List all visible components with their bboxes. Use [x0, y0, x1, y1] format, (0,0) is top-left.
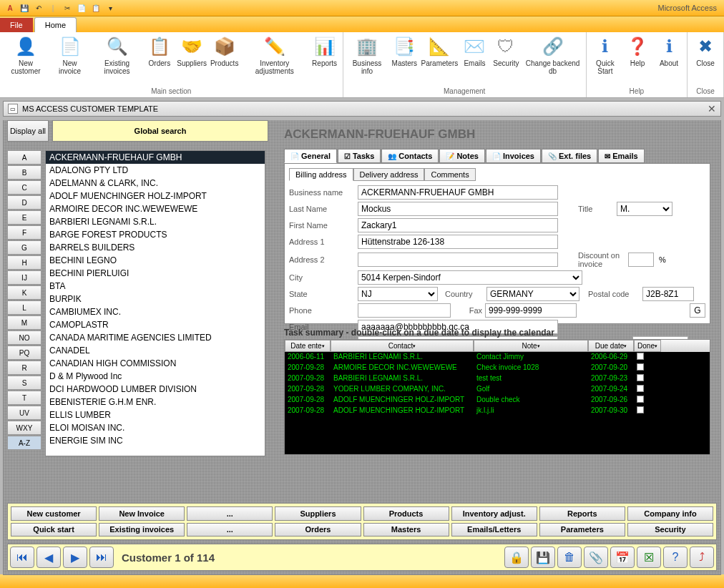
action-emails-letters[interactable]: Emails/Letters [451, 523, 537, 537]
action--[interactable]: ... [187, 506, 273, 521]
paste-icon[interactable]: 📋 [90, 2, 102, 14]
alpha-F[interactable]: F [7, 225, 41, 240]
delete-icon[interactable]: 🗑 [557, 547, 582, 568]
done-checkbox[interactable] [634, 384, 661, 395]
ribbon-inv[interactable]: ✏️Inventory adjustments [241, 34, 308, 77]
action-inventory-adjust-[interactable]: Inventory adjust. [451, 506, 537, 521]
calendar-icon[interactable]: 📅 [610, 547, 635, 568]
g-button[interactable]: G [690, 303, 705, 318]
action-products[interactable]: Products [363, 506, 449, 521]
first-name-input[interactable] [358, 218, 558, 232]
country-select[interactable]: GERMANY [486, 287, 579, 301]
tab-tasks[interactable]: ☑Tasks [338, 149, 381, 163]
subtab-comments[interactable]: Comments [424, 168, 475, 181]
business-name-input[interactable] [358, 185, 558, 200]
ribbon-close[interactable]: ✖Close [690, 34, 720, 69]
ribbon-mast[interactable]: 📑Masters [389, 34, 419, 69]
title-select[interactable]: M. [617, 202, 672, 216]
tab-emails[interactable]: ✉Emails [598, 149, 644, 163]
alpha-R[interactable]: R [7, 361, 41, 375]
action-orders[interactable]: Orders [275, 523, 361, 537]
ribbon-email[interactable]: ✉️Emails [459, 34, 489, 69]
task-table[interactable]: Date ente ▾Contact ▾Note ▾Due date ▾Done… [284, 339, 710, 455]
file-tab[interactable]: File [0, 18, 33, 32]
ribbon-ninv[interactable]: 📄New invoice [50, 34, 89, 77]
address1-input[interactable] [358, 235, 558, 249]
alpha-G[interactable]: G [7, 240, 41, 255]
global-search[interactable]: Global search [52, 120, 268, 142]
task-row[interactable]: 2006-06-11BARBIERI LEGNAMI S.R.L.Contact… [285, 352, 710, 363]
task-row[interactable]: 2007-09-28BARBIERI LEGNAMI S.R.L.test te… [285, 373, 710, 384]
customer-list[interactable]: ACKERMANN-FRUEHAUF GMBHADALONG PTY LTDAD… [45, 150, 265, 456]
state-select[interactable]: NJ [358, 287, 438, 301]
customer-item[interactable]: BECHINI PIERLUIGI [46, 267, 265, 280]
action-new-customer[interactable]: New customer [11, 506, 97, 521]
action-parameters[interactable]: Parameters [539, 523, 625, 537]
help-icon[interactable]: ? [663, 547, 688, 568]
address2-input[interactable] [358, 253, 558, 267]
task-row[interactable]: 2007-09-28YODER LUMBER COMPANY, INC.Golf… [285, 384, 710, 395]
excel-icon[interactable]: ☒ [637, 547, 661, 568]
action-suppliers[interactable]: Suppliers [275, 506, 361, 521]
customer-item[interactable]: ARMOIRE DECOR INC.WEWEWEWE [46, 202, 265, 215]
subtab-billing-address[interactable]: Billing address [289, 168, 353, 181]
action-reports[interactable]: Reports [539, 506, 625, 521]
alpha-A-Z[interactable]: A-Z [7, 436, 41, 450]
customer-item[interactable]: CAMBIUMEX INC. [46, 305, 265, 318]
lock-icon[interactable]: 🔒 [504, 547, 529, 568]
alpha-NO[interactable]: NO [7, 330, 41, 345]
customer-item[interactable]: ELLIS LUMBER [46, 408, 265, 421]
task-row[interactable]: 2007-09-28ARMOIRE DECOR INC.WEWEWEWEChec… [285, 363, 710, 373]
alpha-IJ[interactable]: IJ [7, 270, 41, 285]
task-row[interactable]: 2007-09-28ADOLF MUENCHINGER HOLZ-IMPORTD… [285, 395, 710, 406]
customer-item[interactable]: BTA [46, 280, 265, 293]
nav-last-button[interactable]: ⏭ [89, 547, 114, 568]
ribbon-orders[interactable]: 📋Orders [145, 34, 175, 69]
alpha-A[interactable]: A [7, 150, 41, 165]
ribbon-supp[interactable]: 🤝Suppliers [176, 34, 208, 69]
alpha-C[interactable]: C [7, 180, 41, 195]
undo-icon[interactable]: ↶ [33, 2, 44, 14]
tab-contacts[interactable]: 👥Contacts [381, 149, 439, 163]
copy-icon[interactable]: 📄 [76, 2, 87, 14]
task-col-header[interactable]: Date ente ▾ [285, 340, 331, 352]
customer-item[interactable]: CANADIAN HIGH COMMISSION [46, 357, 265, 370]
customer-item[interactable]: BECHINI LEGNO [46, 254, 265, 267]
ribbon-rpt[interactable]: 📊Reports [310, 34, 340, 69]
customer-item[interactable]: DCI HARDWOOD LUMBER DIVISION [46, 383, 265, 396]
customer-item[interactable]: D & M Plywood Inc [46, 370, 265, 383]
alpha-K[interactable]: K [7, 285, 41, 300]
done-checkbox[interactable] [634, 406, 661, 416]
postal-input[interactable] [642, 287, 694, 301]
action--[interactable]: ... [187, 523, 273, 537]
subtab-delivery-address[interactable]: Delivery address [353, 168, 425, 181]
nav-first-button[interactable]: ⏮ [10, 547, 34, 568]
alpha-D[interactable]: D [7, 195, 41, 210]
close-doc-icon[interactable]: ✕ [708, 103, 716, 114]
customer-item[interactable]: BARBIERI LEGNAMI S.R.L. [46, 215, 265, 228]
ribbon-about[interactable]: ℹAbout [654, 34, 684, 69]
display-all-button[interactable]: Display all [7, 120, 49, 142]
customer-item[interactable]: ELOI MOISAN INC. [46, 421, 265, 434]
alpha-PQ[interactable]: PQ [7, 346, 41, 360]
last-name-input[interactable] [358, 202, 558, 216]
nav-next-button[interactable]: ▶ [63, 547, 87, 568]
alpha-S[interactable]: S [7, 376, 41, 390]
action-existing-invoices[interactable]: Existing invoices [99, 523, 185, 537]
customer-item[interactable]: EBENISTERIE G.H.M ENR. [46, 396, 265, 408]
ribbon-prod[interactable]: 📦Products [209, 34, 240, 69]
alpha-L[interactable]: L [7, 300, 41, 315]
customer-item[interactable]: CAMOPLASTR [46, 318, 265, 331]
alpha-B[interactable]: B [7, 165, 41, 180]
ribbon-param[interactable]: 📐Parameters [421, 34, 458, 69]
task-row[interactable]: 2007-09-28ADOLF MUENCHINGER HOLZ-IMPORTj… [285, 406, 710, 416]
nav-prev-button[interactable]: ◀ [36, 547, 61, 568]
exit-icon[interactable]: ⤴ [690, 547, 714, 568]
attach-icon[interactable]: 📎 [584, 547, 608, 568]
tab-ext-files[interactable]: 📎Ext. files [542, 149, 597, 163]
customer-item[interactable]: BARRELS BUILDERS [46, 241, 265, 254]
ribbon-biz[interactable]: 🏢Business info [346, 34, 388, 77]
customer-item[interactable]: ADELMANN & CLARK, INC. [46, 177, 265, 190]
done-checkbox[interactable] [634, 373, 661, 384]
customer-item[interactable]: ADOLF MUENCHINGER HOLZ-IMPORT [46, 190, 265, 202]
